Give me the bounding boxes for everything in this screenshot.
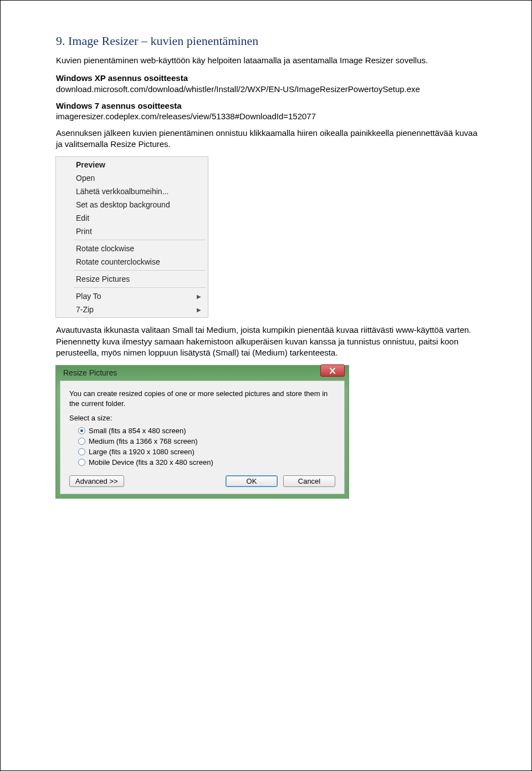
menu-item[interactable]: 7-Zip▶ [57,303,207,316]
radio-icon [78,438,85,445]
menu-item[interactable]: Play To▶ [57,290,207,303]
chevron-right-icon: ▶ [197,307,201,313]
win7-install-label-text: Windows 7 asennus osoitteesta [56,101,182,110]
close-button[interactable] [320,364,345,377]
menu-separator [74,240,206,240]
radio-label: Large (fits a 1920 x 1080 screen) [89,448,195,456]
menu-item[interactable]: Lähetä verkkoalbumeihin... [57,185,207,198]
ok-button[interactable]: OK [226,475,278,487]
radio-icon [78,427,85,434]
xp-install-label: Windows XP asennus osoitteesta [56,73,482,84]
menu-item[interactable]: Print [57,225,207,238]
intro-paragraph: Kuvien pienentäminen web-käyttöön käy he… [56,55,482,66]
after-install-paragraph: Asennuksen jälkeen kuvien pienentäminen … [56,128,482,150]
radio-option[interactable]: Mobile Device (fits a 320 x 480 screen) [69,457,335,468]
menu-separator [74,287,206,288]
resize-dialog: Resize Pictures You can create resized c… [55,365,482,499]
xp-install-label-text: Windows XP asennus osoitteesta [56,73,188,83]
menu-separator [74,270,206,271]
radio-icon [78,459,85,466]
document-page: 9. Image Resizer – kuvien pienentäminen … [0,0,532,771]
menu-item[interactable]: Edit [57,211,207,225]
dialog-window: Resize Pictures You can create resized c… [55,365,349,499]
radio-label: Mobile Device (fits a 320 x 480 screen) [89,458,213,466]
menu-item[interactable]: Open [57,171,207,185]
radio-icon [78,448,85,455]
radio-option[interactable]: Medium (fits a 1366 x 768 screen) [69,436,335,447]
title-bar: Resize Pictures [60,366,345,381]
post-menu-paragraph: Avautuvasta ikkunasta valitaan Small tai… [56,324,482,358]
radio-label: Small (fits a 854 x 480 screen) [89,427,186,435]
close-icon [329,368,336,374]
menu-item[interactable]: Resize Pictures [57,272,207,286]
section-heading: 9. Image Resizer – kuvien pienentäminen [56,34,482,48]
menu-item[interactable]: Rotate counterclockwise [57,255,207,268]
dialog-title: Resize Pictures [63,368,320,377]
win7-install-url: imageresizer.codeplex.com/releases/view/… [56,111,482,121]
advanced-button[interactable]: Advanced >> [69,475,124,487]
radio-option[interactable]: Small (fits a 854 x 480 screen) [69,425,335,436]
context-menu: PreviewOpenLähetä verkkoalbumeihin...Set… [55,156,208,318]
xp-install-url: download.microsoft.com/download/whistler… [56,84,482,94]
win7-install-label: Windows 7 asennus osoitteesta [56,100,482,111]
dialog-button-row: Advanced >> OK Cancel [69,475,335,487]
cancel-button[interactable]: Cancel [283,475,335,487]
chevron-right-icon: ▶ [197,293,201,300]
dialog-body: You can create resized copies of one or … [60,381,345,494]
radio-label: Medium (fits a 1366 x 768 screen) [89,437,198,445]
select-size-label: Select a size: [69,414,335,422]
menu-item[interactable]: Set as desktop background [57,198,207,211]
radio-group: Small (fits a 854 x 480 screen)Medium (f… [69,425,335,468]
menu-item[interactable]: Rotate clockwise [57,242,207,255]
menu-item[interactable]: Preview [57,158,207,171]
dialog-intro: You can create resized copies of one or … [69,389,335,408]
radio-option[interactable]: Large (fits a 1920 x 1080 screen) [69,447,335,457]
